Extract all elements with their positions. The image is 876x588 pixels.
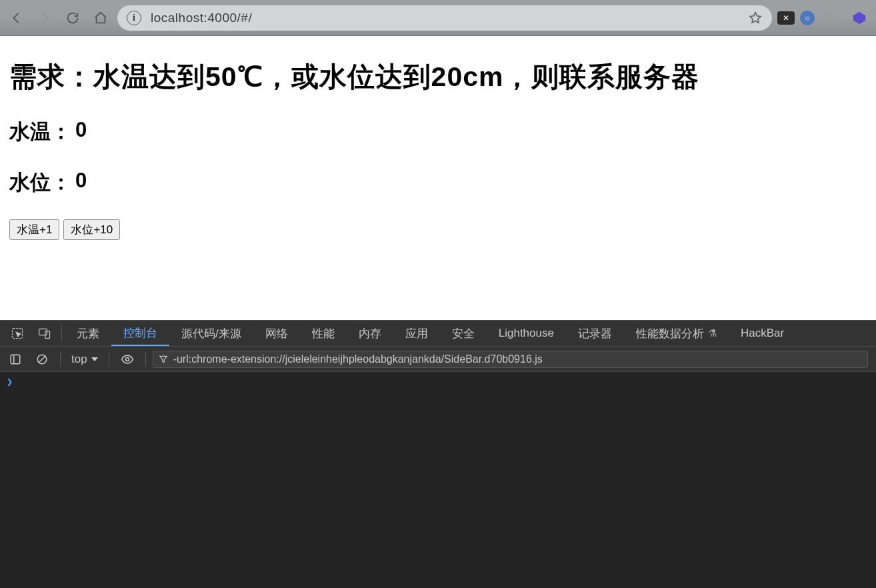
console-output[interactable]: ❯ — [0, 372, 876, 588]
button-row: 水温+1 水位+10 — [9, 219, 867, 240]
extension-icon-1[interactable]: ✕ — [777, 11, 795, 25]
tab-performance[interactable]: 性能 — [300, 321, 347, 346]
svg-point-1 — [830, 15, 832, 17]
page-content: 需求：水温达到50℃，或水位达到20cm，则联系服务器 水温： 0 水位： 0 … — [0, 36, 876, 320]
clear-console-icon[interactable] — [31, 350, 53, 369]
svg-rect-7 — [39, 329, 47, 335]
nav-reload-button[interactable] — [61, 7, 84, 29]
nav-back-button[interactable] — [5, 7, 28, 29]
extension-icon-2[interactable]: ○ — [800, 11, 815, 25]
level-plus-button[interactable]: 水位+10 — [63, 219, 120, 240]
context-label: top — [71, 353, 87, 366]
devtools-tabs: 元素 控制台 源代码/来源 网络 性能 内存 应用 安全 Lighthouse … — [0, 320, 876, 347]
nav-forward-button[interactable] — [33, 7, 56, 29]
context-selector[interactable]: top — [67, 353, 102, 366]
water-temp-value: 0 — [75, 118, 87, 146]
tab-sources[interactable]: 源代码/来源 — [169, 321, 253, 346]
divider — [61, 325, 62, 342]
console-prompt-icon: ❯ — [7, 376, 13, 388]
svg-point-0 — [827, 15, 829, 17]
water-level-value: 0 — [75, 169, 87, 197]
nav-home-button[interactable] — [89, 7, 112, 29]
tab-perf-insights[interactable]: 性能数据分析 ⚗ — [624, 321, 729, 346]
tab-security[interactable]: 安全 — [440, 321, 487, 346]
water-temp-label: 水温： — [9, 118, 71, 146]
tab-memory[interactable]: 内存 — [347, 321, 393, 346]
svg-rect-9 — [11, 355, 20, 364]
filter-icon — [159, 355, 168, 364]
tab-network[interactable]: 网络 — [253, 321, 300, 346]
svg-point-11 — [125, 357, 129, 361]
chevron-down-icon — [91, 357, 98, 361]
inspect-element-icon[interactable] — [4, 321, 31, 346]
divider — [145, 352, 146, 367]
tab-elements[interactable]: 元素 — [65, 321, 111, 346]
svg-point-3 — [827, 19, 829, 21]
console-toolbar: top -url:chrome-extension://jcieleleinhe… — [0, 347, 876, 372]
tab-hackbar[interactable]: HackBar — [729, 321, 796, 346]
browser-toolbar: i localhost:4000/#/ ✕ ○ — [0, 0, 876, 36]
url-text: localhost:4000/#/ — [151, 11, 739, 25]
devtools-panel: 元素 控制台 源代码/来源 网络 性能 内存 应用 安全 Lighthouse … — [0, 320, 876, 588]
temp-plus-button[interactable]: 水温+1 — [9, 219, 59, 240]
page-heading: 需求：水温达到50℃，或水位达到20cm，则联系服务器 — [9, 59, 867, 95]
tab-recorder[interactable]: 记录器 — [566, 321, 624, 346]
water-level-row: 水位： 0 — [9, 169, 867, 197]
svg-point-2 — [833, 15, 835, 17]
extension-icon-3[interactable] — [820, 7, 843, 29]
water-temp-row: 水温： 0 — [9, 118, 867, 146]
divider — [60, 352, 61, 367]
svg-point-5 — [833, 19, 835, 21]
extension-icon-4[interactable] — [848, 7, 871, 29]
toggle-sidebar-icon[interactable] — [4, 350, 27, 369]
filter-text: -url:chrome-extension://jcieleleinheijhp… — [173, 353, 862, 365]
tab-lighthouse[interactable]: Lighthouse — [487, 321, 566, 346]
water-level-label: 水位： — [9, 169, 71, 197]
tab-console[interactable]: 控制台 — [111, 321, 169, 346]
divider — [109, 352, 109, 367]
console-filter[interactable]: -url:chrome-extension://jcieleleinheijhp… — [153, 351, 868, 368]
flask-icon: ⚗ — [708, 327, 717, 339]
toggle-device-icon[interactable] — [31, 321, 59, 346]
live-expression-icon[interactable] — [116, 350, 139, 369]
svg-point-4 — [830, 19, 832, 21]
address-bar[interactable]: i localhost:4000/#/ — [117, 5, 772, 31]
bookmark-star-icon[interactable] — [748, 11, 763, 25]
site-info-icon[interactable]: i — [127, 11, 141, 25]
tab-application[interactable]: 应用 — [393, 321, 440, 346]
